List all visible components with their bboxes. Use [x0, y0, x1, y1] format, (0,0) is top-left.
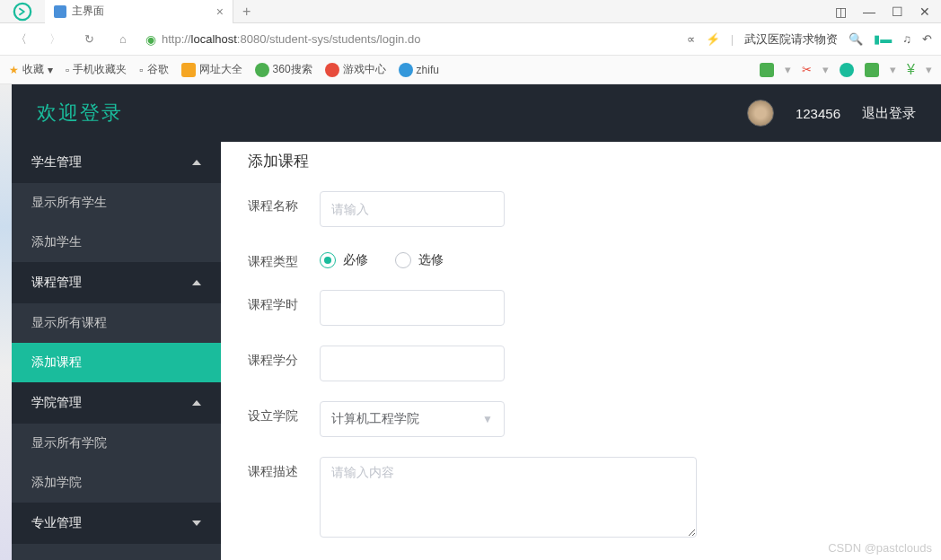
search-icon[interactable]: 🔍 — [849, 32, 863, 46]
bookmark-item[interactable]: ▫ 谷歌 — [139, 62, 168, 77]
bookmark-item[interactable]: zhifu — [399, 63, 439, 77]
label-course-hours: 课程学时 — [248, 290, 320, 313]
browser-logo — [0, 2, 45, 22]
shield-icon: ◉ — [145, 32, 156, 47]
radio-required[interactable]: 必修 — [320, 252, 368, 268]
sidebar-item[interactable]: 添加学生 — [12, 223, 221, 262]
favorites-button[interactable]: ★收藏 ▾ — [9, 62, 53, 77]
url-text: http://localhost:8080/student-sys/studen… — [162, 32, 420, 46]
chevron-down-icon: ▼ — [482, 413, 493, 425]
forward-button[interactable]: 〉 — [43, 28, 66, 51]
window-controls: ◫ — ☐ ✕ — [835, 4, 941, 19]
chevron-up-icon — [192, 160, 201, 165]
tab-favicon — [54, 5, 66, 18]
page-title: 添加课程 — [248, 151, 914, 171]
headphone-icon[interactable]: ♫ — [902, 32, 911, 46]
bookmarks-bar: ★收藏 ▾ ▫ 手机收藏夹 ▫ 谷歌 网址大全 360搜索 游戏中心 zhifu… — [0, 56, 941, 84]
label-college: 设立学院 — [248, 401, 320, 424]
label-course-type: 课程类型 — [248, 247, 320, 270]
chevron-down-icon — [192, 521, 201, 526]
app-title: 欢迎登录 — [37, 100, 123, 127]
address-bar: 〈 〉 ↻ ⌂ ◉ http://localhost:8080/student-… — [0, 23, 941, 56]
left-app-stripe — [0, 84, 12, 560]
back-button[interactable]: 〈 — [9, 28, 32, 51]
wardrobe-icon[interactable]: ◫ — [835, 4, 847, 19]
label-course-name: 课程名称 — [248, 191, 320, 214]
college-select[interactable]: 计算机工程学院 ▼ — [320, 401, 505, 437]
bookmark-item[interactable]: 游戏中心 — [325, 62, 386, 77]
sidebar-item[interactable]: 添加学院 — [12, 463, 221, 503]
ext-icon[interactable] — [760, 63, 774, 77]
bookmark-item[interactable]: 360搜索 — [255, 62, 312, 77]
minimize-icon[interactable]: — — [863, 4, 875, 19]
ext-icon[interactable] — [840, 63, 854, 77]
hot-search-text[interactable]: 武汉医院请求物资 — [744, 31, 838, 48]
sidebar-item[interactable]: 显示所有学院 — [12, 424, 221, 463]
sidebar-group-course[interactable]: 课程管理 — [12, 262, 221, 303]
sidebar-item[interactable]: 显示所有课程 — [12, 303, 221, 343]
college-select-value: 计算机工程学院 — [331, 411, 419, 427]
close-tab-icon[interactable]: × — [216, 4, 224, 19]
currency-icon[interactable]: ¥ — [907, 62, 915, 78]
app-header: 欢迎登录 123456 退出登录 — [12, 84, 941, 142]
home-button[interactable]: ⌂ — [111, 28, 135, 51]
label-course-credit: 课程学分 — [248, 346, 320, 369]
scissors-icon[interactable]: ✂ — [802, 63, 812, 76]
new-tab-button[interactable]: + — [233, 4, 259, 20]
battery-icon[interactable]: ▮▬ — [874, 32, 892, 46]
bookmark-item[interactable]: ▫ 手机收藏夹 — [66, 62, 127, 77]
ext-icon[interactable] — [865, 63, 879, 77]
share-icon[interactable]: ∝ — [687, 32, 695, 46]
tab-title-text: 主界面 — [72, 4, 104, 19]
logout-link[interactable]: 退出登录 — [862, 105, 916, 122]
avatar[interactable] — [747, 100, 774, 127]
chevron-up-icon — [192, 280, 201, 285]
app-container: 欢迎登录 123456 退出登录 学生管理 显示所有学生 添加学生 课程管理 显… — [12, 84, 941, 560]
course-name-input[interactable] — [320, 191, 505, 227]
maximize-icon[interactable]: ☐ — [892, 4, 903, 19]
sidebar-group-student[interactable]: 学生管理 — [12, 142, 221, 183]
course-hours-input[interactable] — [320, 290, 505, 326]
radio-optional[interactable]: 选修 — [395, 252, 444, 268]
url-field[interactable]: ◉ http://localhost:8080/student-sys/stud… — [145, 32, 676, 47]
course-desc-textarea[interactable] — [320, 457, 697, 538]
sidebar-item[interactable]: 显示所有学生 — [12, 183, 221, 223]
content-area: 添加课程 课程名称 课程类型 必修 选修 课程学时 课程学分 — [221, 142, 941, 560]
sidebar-group-college[interactable]: 学院管理 — [12, 382, 221, 424]
bookmark-item[interactable]: 网址大全 — [181, 62, 242, 77]
close-window-icon[interactable]: ✕ — [919, 4, 930, 19]
label-course-desc: 课程描述 — [248, 457, 320, 480]
divider: | — [731, 32, 734, 46]
sidebar-group-major[interactable]: 专业管理 — [12, 503, 221, 544]
browser-tab[interactable]: 主界面 × — [45, 0, 233, 23]
browser-tabs-bar: 主界面 × + ◫ — ☐ ✕ — [0, 0, 941, 23]
bolt-icon[interactable]: ⚡ — [706, 32, 720, 46]
chevron-up-icon — [192, 400, 201, 406]
svg-point-0 — [14, 3, 31, 19]
restore-icon[interactable]: ↶ — [922, 32, 932, 46]
reload-button[interactable]: ↻ — [77, 28, 101, 51]
sidebar: 学生管理 显示所有学生 添加学生 课程管理 显示所有课程 添加课程 学院管理 显… — [12, 142, 221, 560]
course-credit-input[interactable] — [320, 346, 505, 381]
user-id: 123456 — [796, 106, 840, 121]
watermark: CSDN @pastclouds — [828, 541, 932, 555]
sidebar-item-add-course[interactable]: 添加课程 — [12, 343, 221, 382]
